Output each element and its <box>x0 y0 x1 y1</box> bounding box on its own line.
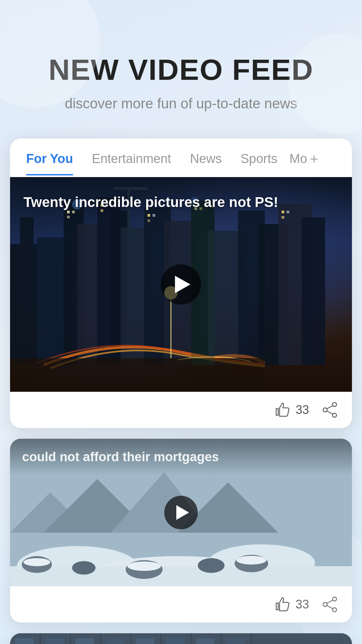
svg-rect-1 <box>20 217 34 244</box>
svg-rect-31 <box>282 216 284 219</box>
video-1-actions: 33 <box>10 392 352 428</box>
svg-rect-51 <box>10 566 352 586</box>
svg-rect-0 <box>10 244 37 365</box>
svg-line-42 <box>327 411 333 414</box>
svg-rect-34 <box>10 358 265 392</box>
svg-point-59 <box>236 556 266 565</box>
page-title: NEW VIDEO FEED <box>20 54 342 86</box>
video-1-share-button[interactable] <box>321 401 339 419</box>
video-2-title: could not afford their mortgages <box>10 439 352 475</box>
video-1-like-button[interactable]: 33 <box>274 401 309 419</box>
building-scene-svg <box>10 633 352 644</box>
tab-bar: For You Entertainment News Sports Mo + <box>10 139 352 177</box>
secondary-card: could not afford their mortgages 33 <box>10 439 352 623</box>
share-icon-2 <box>321 596 339 613</box>
tab-news[interactable]: News <box>181 152 231 175</box>
svg-rect-15 <box>302 217 325 365</box>
page-subtitle: discover more fun of up-to-date news <box>20 96 342 112</box>
video-thumbnail-1[interactable]: Twenty incredible pictures are not PS! <box>10 177 352 392</box>
svg-rect-100 <box>10 633 352 644</box>
like-icon-2 <box>274 596 291 613</box>
svg-point-40 <box>333 413 337 417</box>
svg-line-63 <box>327 600 333 603</box>
svg-rect-24 <box>147 214 150 217</box>
svg-point-58 <box>127 561 161 571</box>
tab-more[interactable]: Mo + <box>287 151 321 177</box>
svg-rect-17 <box>114 187 147 190</box>
svg-line-64 <box>327 605 333 608</box>
svg-point-62 <box>333 608 337 612</box>
video-2-like-button[interactable]: 33 <box>274 596 309 613</box>
svg-point-38 <box>333 402 337 407</box>
video-2-share-button[interactable] <box>321 596 339 613</box>
tab-entertainment[interactable]: Entertainment <box>82 152 181 175</box>
svg-point-53 <box>72 561 96 575</box>
svg-line-41 <box>327 406 333 409</box>
header-section: NEW VIDEO FEED discover more fun of up-t… <box>0 0 362 139</box>
svg-rect-20 <box>67 216 70 218</box>
like-icon-1 <box>274 401 291 419</box>
video-2-like-count: 33 <box>296 597 309 611</box>
svg-rect-26 <box>147 219 150 222</box>
svg-point-60 <box>333 597 337 601</box>
tab-more-label: Mo <box>289 152 307 166</box>
video-1-like-count: 33 <box>296 403 309 417</box>
main-card: For You Entertainment News Sports Mo + <box>10 139 352 428</box>
video-thumbnail-2[interactable]: could not afford their mortgages <box>10 439 352 586</box>
video-1-play-button[interactable] <box>161 264 201 305</box>
video-thumbnail-3[interactable]: In 2018, more and more people bought but… <box>10 633 352 644</box>
video-2-play-button[interactable] <box>164 496 198 529</box>
video-2-actions: 33 <box>10 586 352 623</box>
video-1-title: Twenty incredible pictures are not PS! <box>23 193 339 212</box>
tab-for-you[interactable]: For You <box>23 152 82 175</box>
card-container: For You Entertainment News Sports Mo + <box>10 139 352 644</box>
play-icon-2 <box>176 505 189 520</box>
play-icon-1 <box>175 276 190 293</box>
svg-point-57 <box>23 558 50 566</box>
svg-point-61 <box>323 602 327 606</box>
third-card: In 2018, more and more people bought but… <box>10 633 352 644</box>
svg-rect-25 <box>153 214 155 217</box>
svg-point-39 <box>323 408 327 412</box>
share-icon-1 <box>321 401 339 419</box>
tab-sports[interactable]: Sports <box>231 152 287 175</box>
plus-icon: + <box>310 151 318 167</box>
svg-point-55 <box>198 558 225 573</box>
